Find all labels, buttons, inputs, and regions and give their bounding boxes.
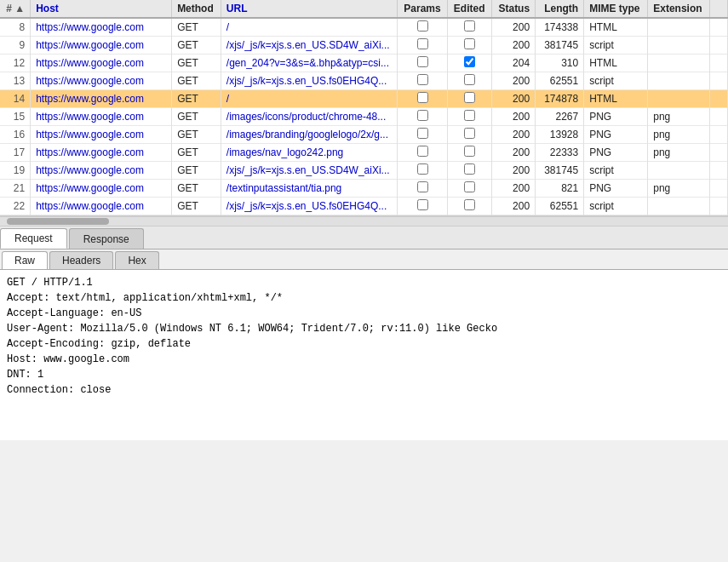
col-header-num[interactable]: # ▲ [0,0,31,18]
checkbox-edited[interactable] [464,199,475,210]
table-row[interactable]: 22https://www.google.comGET/xjs/_js/k=xj… [0,198,728,215]
cell-params[interactable] [398,126,447,144]
cell-url: /images/nav_logo242.png [221,144,397,162]
cell-status: 200 [491,18,536,37]
cell-extra [710,90,728,108]
table-row[interactable]: 17https://www.google.comGET/images/nav_l… [0,144,728,162]
cell-host: https://www.google.com [31,198,172,215]
table-row[interactable]: 16https://www.google.comGET/images/brand… [0,126,728,144]
cell-edited[interactable] [447,108,491,126]
cell-status: 200 [491,90,536,108]
checkbox-edited[interactable] [464,146,475,157]
cell-host: https://www.google.com [31,90,172,108]
cell-params[interactable] [398,198,447,215]
cell-num: 12 [0,54,31,72]
cell-params[interactable] [398,54,447,72]
checkbox-edited[interactable] [464,38,475,49]
table-row[interactable]: 14https://www.google.comGET/200174878HTM… [0,90,728,108]
request-table-container: # ▲ Host Method URL Params Edited Status… [0,0,728,216]
col-header-params[interactable]: Params [398,0,447,18]
cell-mime: PNG [584,144,648,162]
col-header-edited[interactable]: Edited [447,0,491,18]
cell-length: 381745 [536,37,584,54]
checkbox-params[interactable] [417,199,428,210]
cell-length: 174878 [536,90,584,108]
checkbox-params[interactable] [417,181,428,192]
cell-method: GET [172,126,221,144]
cell-method: GET [172,72,221,90]
checkbox-edited[interactable] [464,92,475,103]
cell-num: 9 [0,37,31,54]
cell-edited[interactable] [447,72,491,90]
cell-edited[interactable] [447,198,491,215]
tab-response[interactable]: Response [69,228,144,249]
content-line: User-Agent: Mozilla/5.0 (Windows NT 6.1;… [7,321,721,336]
checkbox-params[interactable] [417,92,428,103]
cell-params[interactable] [398,108,447,126]
table-row[interactable]: 8https://www.google.comGET/200174338HTML [0,18,728,37]
checkbox-edited[interactable] [464,128,475,139]
checkbox-edited[interactable] [464,74,475,85]
checkbox-edited[interactable] [464,110,475,121]
cell-extra [710,37,728,54]
col-header-length[interactable]: Length [536,0,584,18]
cell-edited[interactable] [447,144,491,162]
cell-params[interactable] [398,180,447,198]
checkbox-params[interactable] [417,74,428,85]
cell-edited[interactable] [447,126,491,144]
checkbox-params[interactable] [417,146,428,157]
col-header-extension[interactable]: Extension [648,0,710,18]
col-header-method[interactable]: Method [172,0,221,18]
cell-num: 15 [0,108,31,126]
table-row[interactable]: 13https://www.google.comGET/xjs/_js/k=xj… [0,72,728,90]
checkbox-params[interactable] [417,128,428,139]
checkbox-params[interactable] [417,163,428,175]
cell-params[interactable] [398,162,447,180]
checkbox-params[interactable] [417,110,428,121]
cell-method: GET [172,144,221,162]
checkbox-edited[interactable] [464,56,475,67]
cell-edited[interactable] [447,37,491,54]
cell-params[interactable] [398,37,447,54]
cell-url: /xjs/_js/k=xjs.s.en_US.fs0EHG4Q... [221,198,397,215]
content-line: DNT: 1 [7,367,721,382]
cell-edited[interactable] [447,162,491,180]
checkbox-params[interactable] [417,20,428,32]
cell-edited[interactable] [447,54,491,72]
table-row[interactable]: 19https://www.google.comGET/xjs/_js/k=xj… [0,162,728,180]
sub-tab-hex[interactable]: Hex [115,251,158,269]
cell-ext [648,198,710,215]
cell-url: /gen_204?v=3&s=&.bhp&atyp=csi... [221,54,397,72]
table-row[interactable]: 15https://www.google.comGET/images/icons… [0,108,728,126]
col-header-mime[interactable]: MIME type [584,0,648,18]
col-header-host[interactable]: Host [31,0,172,18]
tab-request[interactable]: Request [0,228,67,249]
col-header-status[interactable]: Status [491,0,536,18]
main-container: # ▲ Host Method URL Params Edited Status… [0,0,728,440]
cell-params[interactable] [398,90,447,108]
cell-params[interactable] [398,144,447,162]
cell-url: /images/icons/product/chrome-48... [221,108,397,126]
cell-params[interactable] [398,72,447,90]
table-row[interactable]: 12https://www.google.comGET/gen_204?v=3&… [0,54,728,72]
cell-edited[interactable] [447,180,491,198]
cell-edited[interactable] [447,18,491,37]
cell-url: / [221,90,397,108]
checkbox-edited[interactable] [464,181,475,192]
checkbox-edited[interactable] [464,163,475,175]
scrollbar-thumb[interactable] [7,218,109,225]
content-line: Accept-Encoding: gzip, deflate [7,336,721,352]
col-header-url[interactable]: URL [221,0,397,18]
checkbox-edited[interactable] [464,20,475,32]
cell-params[interactable] [398,18,447,37]
cell-edited[interactable] [447,90,491,108]
table-row[interactable]: 9https://www.google.comGET/xjs/_js/k=xjs… [0,37,728,54]
table-row[interactable]: 21https://www.google.comGET/textinputass… [0,180,728,198]
horizontal-scrollbar[interactable] [0,216,728,227]
checkbox-params[interactable] [417,38,428,49]
cell-host: https://www.google.com [31,144,172,162]
cell-url: /xjs/_js/k=xjs.s.en_US.SD4W_aiXi... [221,162,397,180]
sub-tab-raw[interactable]: Raw [2,251,48,269]
checkbox-params[interactable] [417,56,428,67]
sub-tab-headers[interactable]: Headers [49,251,113,269]
